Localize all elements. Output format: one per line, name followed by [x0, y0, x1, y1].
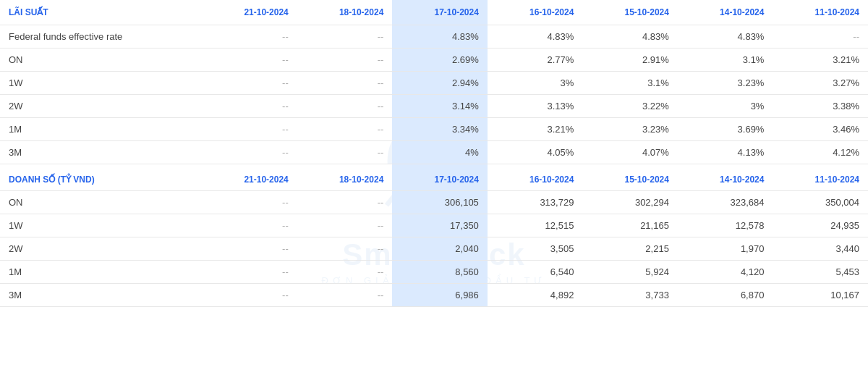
laisuat-row-label: 1M: [0, 118, 202, 141]
laisuat-cell: --: [297, 72, 393, 95]
laisuat-date-4: 15-10-2024: [582, 0, 678, 25]
laisuat-cell: 3.38%: [773, 95, 868, 118]
doanso-cell: 8,560: [392, 261, 488, 284]
laisuat-cell: --: [202, 49, 297, 72]
doanso-cell: --: [202, 191, 297, 214]
doanso-cell: 3,440: [773, 237, 868, 261]
doanso-cell: 6,540: [488, 261, 583, 284]
laisuat-cell: --: [202, 141, 297, 164]
doanso-row-label: 3M: [0, 284, 202, 307]
laisuat-cell: 4.13%: [678, 141, 773, 164]
laisuat-cell: 3.21%: [773, 49, 868, 72]
doanso-date-5: 14-10-2024: [678, 164, 773, 191]
laisuat-cell: 4.83%: [582, 25, 678, 49]
laisuat-cell: --: [202, 25, 297, 49]
laisuat-cell: --: [297, 25, 393, 49]
laisuat-date-3: 16-10-2024: [488, 0, 583, 25]
doanso-date-2: 17-10-2024: [392, 164, 488, 191]
doanso-cell: 5,453: [773, 261, 868, 284]
doanso-cell: 3,505: [488, 237, 583, 261]
laisuat-row-label: Federal funds effective rate: [0, 25, 202, 49]
doanso-cell: 302,294: [582, 191, 678, 214]
doanso-cell: --: [297, 261, 393, 284]
doanso-cell: 5,924: [582, 261, 678, 284]
doanso-cell: 3,733: [582, 284, 678, 307]
doanso-date-6: 11-10-2024: [773, 164, 868, 191]
doanso-cell: --: [297, 237, 393, 261]
doanso-row-label: 1W: [0, 214, 202, 237]
laisuat-cell: --: [202, 118, 297, 141]
laisuat-cell: 4.07%: [582, 141, 678, 164]
doanso-cell: 2,215: [582, 237, 678, 261]
doanso-cell: 350,004: [773, 191, 868, 214]
laisuat-cell: 3.69%: [678, 118, 773, 141]
doanso-cell: --: [297, 284, 393, 307]
laisuat-cell: 3.34%: [392, 118, 488, 141]
doanso-row: 1W----17,35012,51521,16512,57824,935: [0, 214, 868, 237]
laisuat-cell: 2.91%: [582, 49, 678, 72]
laisuat-cell: 3%: [488, 72, 583, 95]
laisuat-cell: 4.12%: [773, 141, 868, 164]
laisuat-cell: --: [297, 95, 393, 118]
laisuat-row: ON----2.69%2.77%2.91%3.1%3.21%: [0, 49, 868, 72]
laisuat-cell: --: [202, 72, 297, 95]
laisuat-row: 3M----4%4.05%4.07%4.13%4.12%: [0, 141, 868, 164]
laisuat-row-label: 2W: [0, 95, 202, 118]
laisuat-cell: 3.22%: [582, 95, 678, 118]
laisuat-date-5: 14-10-2024: [678, 0, 773, 25]
laisuat-cell: 3.1%: [678, 49, 773, 72]
doanso-row-label: ON: [0, 191, 202, 214]
laisuat-cell: 4.05%: [488, 141, 583, 164]
doanso-cell: 12,515: [488, 214, 583, 237]
laisuat-label: LÃI SUẤT: [0, 0, 202, 25]
doanso-cell: 6,986: [392, 284, 488, 307]
main-table: LÃI SUẤT 21-10-2024 18-10-2024 17-10-202…: [0, 0, 868, 307]
laisuat-cell: 3.13%: [488, 95, 583, 118]
doanso-label: DOANH SỐ (TỶ VND): [0, 164, 202, 191]
doanso-cell: --: [202, 214, 297, 237]
doanso-cell: 12,578: [678, 214, 773, 237]
doanso-cell: --: [202, 261, 297, 284]
doanso-cell: 306,105: [392, 191, 488, 214]
doanso-row: 2W----2,0403,5052,2151,9703,440: [0, 237, 868, 261]
doanso-cell: 2,040: [392, 237, 488, 261]
laisuat-cell: --: [773, 25, 868, 49]
doanso-row: 1M----8,5606,5405,9244,1205,453: [0, 261, 868, 284]
laisuat-header-row: LÃI SUẤT 21-10-2024 18-10-2024 17-10-202…: [0, 0, 868, 25]
laisuat-row-label: 3M: [0, 141, 202, 164]
laisuat-cell: 2.77%: [488, 49, 583, 72]
laisuat-date-6: 11-10-2024: [773, 0, 868, 25]
laisuat-date-1: 18-10-2024: [297, 0, 393, 25]
doanso-cell: 313,729: [488, 191, 583, 214]
doanso-date-0: 21-10-2024: [202, 164, 297, 191]
laisuat-cell: 4.83%: [678, 25, 773, 49]
doanso-cell: 21,165: [582, 214, 678, 237]
doanso-date-4: 15-10-2024: [582, 164, 678, 191]
doanso-date-3: 16-10-2024: [488, 164, 583, 191]
doanso-cell: 17,350: [392, 214, 488, 237]
doanso-cell: 6,870: [678, 284, 773, 307]
laisuat-cell: 3.23%: [678, 72, 773, 95]
laisuat-cell: 4.83%: [392, 25, 488, 49]
laisuat-cell: 2.94%: [392, 72, 488, 95]
laisuat-cell: 3.46%: [773, 118, 868, 141]
doanso-row: 3M----6,9864,8923,7336,87010,167: [0, 284, 868, 307]
doanso-cell: --: [297, 214, 393, 237]
laisuat-row: Federal funds effective rate----4.83%4.8…: [0, 25, 868, 49]
laisuat-row-label: 1W: [0, 72, 202, 95]
laisuat-cell: --: [297, 49, 393, 72]
laisuat-cell: --: [297, 118, 393, 141]
doanso-cell: 323,684: [678, 191, 773, 214]
laisuat-cell: 3.1%: [582, 72, 678, 95]
laisuat-cell: 3%: [678, 95, 773, 118]
doanso-header-row: DOANH SỐ (TỶ VND) 21-10-2024 18-10-2024 …: [0, 164, 868, 191]
doanso-row-label: 2W: [0, 237, 202, 261]
doanso-row-label: 1M: [0, 261, 202, 284]
doanso-cell: 24,935: [773, 214, 868, 237]
laisuat-cell: 4.83%: [488, 25, 583, 49]
laisuat-cell: 3.27%: [773, 72, 868, 95]
doanso-cell: 1,970: [678, 237, 773, 261]
doanso-cell: 4,120: [678, 261, 773, 284]
laisuat-row-label: ON: [0, 49, 202, 72]
laisuat-cell: --: [297, 141, 393, 164]
